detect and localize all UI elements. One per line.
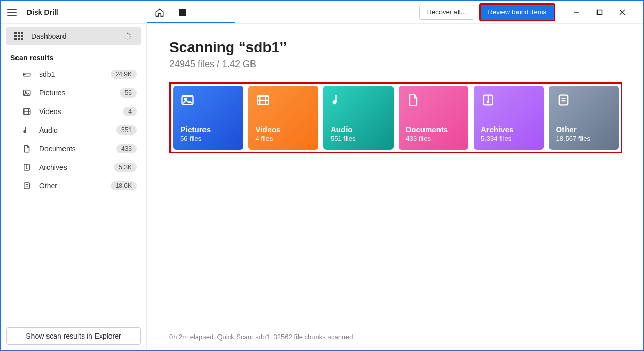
svg-point-20 bbox=[124, 36, 125, 37]
spinner-icon bbox=[123, 32, 132, 40]
file-icon bbox=[556, 93, 572, 108]
home-icon[interactable] bbox=[152, 5, 167, 20]
card-videos[interactable]: Videos 4 files bbox=[248, 86, 319, 150]
card-title: Archives bbox=[481, 125, 537, 134]
main-panel: Scanning “sdb1” 24945 files / 1.42 GB Pi… bbox=[147, 24, 643, 350]
card-title: Other bbox=[556, 125, 612, 134]
app-title: Disk Drill bbox=[27, 8, 58, 17]
close-icon[interactable] bbox=[611, 5, 634, 20]
sidebar-item-archives[interactable]: Archives 5.3K bbox=[1, 158, 146, 177]
sidebar-item-label: Other bbox=[39, 182, 103, 190]
scan-results-heading: Scan results bbox=[1, 49, 146, 65]
count-badge: 551 bbox=[116, 125, 137, 135]
sidebar-item-label: Archives bbox=[39, 163, 106, 171]
category-cards-highlight: Pictures 56 files Videos 4 files Audio 5… bbox=[169, 82, 622, 153]
card-other[interactable]: Other 18,567 files bbox=[549, 86, 619, 150]
count-badge: 18.6K bbox=[111, 181, 137, 190]
svg-rect-7 bbox=[21, 32, 23, 34]
svg-rect-2 bbox=[598, 10, 602, 14]
titlebar-left: Disk Drill bbox=[1, 6, 147, 19]
svg-point-18 bbox=[127, 39, 128, 40]
titlebar: Disk Drill Recover all... Review found i… bbox=[1, 1, 643, 24]
sidebar-item-other[interactable]: Other 18.6K bbox=[1, 177, 146, 195]
sidebar-item-label: Documents bbox=[39, 145, 109, 153]
stop-icon[interactable] bbox=[175, 5, 190, 20]
count-badge: 24.9K bbox=[111, 70, 137, 79]
svg-rect-10 bbox=[21, 35, 23, 37]
card-title: Audio bbox=[331, 125, 386, 134]
svg-rect-6 bbox=[18, 32, 20, 34]
grid-icon bbox=[13, 31, 24, 41]
music-note-icon bbox=[331, 93, 346, 108]
card-sub: 18,567 files bbox=[556, 135, 612, 142]
body: Dashboard Scan results sdb1 24.9K Pictur… bbox=[1, 24, 643, 350]
svg-point-16 bbox=[130, 36, 131, 37]
card-archives[interactable]: Archives 5,334 files bbox=[474, 86, 544, 150]
count-badge: 5.3K bbox=[114, 163, 137, 172]
sidebar: Dashboard Scan results sdb1 24.9K Pictur… bbox=[1, 24, 147, 350]
card-pictures[interactable]: Pictures 56 files bbox=[173, 86, 243, 150]
film-icon bbox=[22, 106, 32, 117]
active-tab-indicator bbox=[147, 22, 235, 23]
sidebar-item-label: Videos bbox=[39, 107, 116, 116]
drive-icon bbox=[22, 69, 32, 79]
count-badge: 4 bbox=[123, 107, 137, 116]
status-text: 0h 2m elapsed. Quick Scan: sdb1, 32562 f… bbox=[169, 326, 622, 350]
review-found-items-button[interactable]: Review found items bbox=[481, 5, 554, 20]
svg-rect-13 bbox=[21, 38, 23, 40]
maximize-icon[interactable] bbox=[588, 5, 611, 20]
sidebar-item-videos[interactable]: Videos 4 bbox=[1, 102, 146, 121]
card-title: Pictures bbox=[180, 125, 236, 134]
music-note-icon bbox=[22, 125, 32, 135]
recover-all-button[interactable]: Recover all... bbox=[419, 5, 474, 20]
card-sub: 433 files bbox=[406, 135, 462, 142]
count-badge: 56 bbox=[120, 88, 137, 98]
svg-point-21 bbox=[125, 34, 126, 35]
sidebar-item-label: sdb1 bbox=[39, 70, 103, 78]
svg-rect-12 bbox=[18, 38, 20, 40]
card-sub: 56 files bbox=[180, 135, 236, 142]
card-audio[interactable]: Audio 551 files bbox=[323, 86, 394, 150]
svg-rect-11 bbox=[14, 38, 17, 40]
card-sub: 4 files bbox=[256, 135, 311, 142]
image-icon bbox=[22, 88, 32, 98]
sidebar-item-audio[interactable]: Audio 551 bbox=[1, 121, 146, 139]
window-controls bbox=[566, 5, 634, 20]
document-icon bbox=[22, 143, 32, 154]
toolbar: Recover all... Review found items bbox=[147, 1, 639, 23]
svg-rect-9 bbox=[18, 35, 20, 37]
document-icon bbox=[406, 93, 421, 108]
sidebar-item-dashboard[interactable]: Dashboard bbox=[6, 27, 141, 45]
minimize-icon[interactable] bbox=[566, 5, 588, 20]
sidebar-item-documents[interactable]: Documents 433 bbox=[1, 139, 146, 158]
svg-point-32 bbox=[26, 168, 27, 169]
svg-point-15 bbox=[129, 34, 131, 35]
sidebar-item-label: Dashboard bbox=[31, 32, 116, 40]
svg-rect-0 bbox=[179, 9, 186, 16]
show-in-explorer-button[interactable]: Show scan results in Explorer bbox=[6, 327, 141, 345]
file-icon bbox=[22, 181, 32, 191]
sidebar-footer: Show scan results in Explorer bbox=[1, 322, 146, 350]
review-highlight: Review found items bbox=[479, 3, 555, 21]
archive-icon bbox=[481, 93, 496, 108]
toolbar-actions: Recover all... Review found items bbox=[419, 3, 634, 21]
svg-rect-5 bbox=[14, 32, 17, 34]
sidebar-item-pictures[interactable]: Pictures 56 bbox=[1, 84, 146, 102]
sidebar-item-label: Audio bbox=[39, 126, 109, 134]
image-icon bbox=[180, 93, 196, 108]
card-documents[interactable]: Documents 433 files bbox=[399, 86, 469, 150]
svg-point-14 bbox=[127, 33, 129, 34]
card-title: Videos bbox=[256, 125, 311, 134]
sidebar-item-label: Pictures bbox=[39, 89, 113, 97]
card-title: Documents bbox=[406, 125, 462, 134]
svg-point-19 bbox=[125, 38, 126, 39]
svg-point-44 bbox=[488, 101, 489, 102]
sidebar-item-sdb1[interactable]: sdb1 24.9K bbox=[1, 65, 146, 84]
film-icon bbox=[256, 93, 271, 108]
page-subtitle: 24945 files / 1.42 GB bbox=[169, 59, 622, 70]
card-sub: 551 files bbox=[331, 135, 386, 142]
archive-icon bbox=[22, 162, 32, 172]
svg-point-17 bbox=[129, 38, 130, 39]
svg-rect-8 bbox=[14, 35, 17, 37]
menu-icon[interactable] bbox=[7, 6, 20, 19]
